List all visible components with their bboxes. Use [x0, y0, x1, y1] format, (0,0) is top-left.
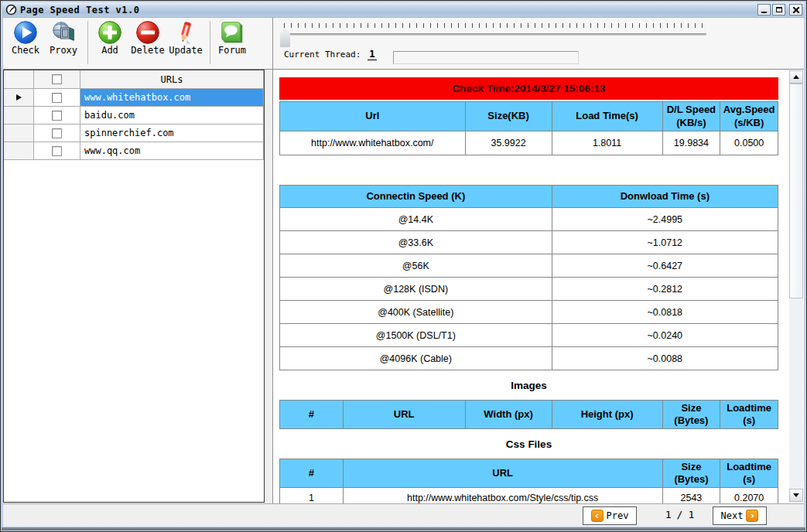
- row-checkbox[interactable]: [52, 93, 62, 103]
- row-checkbox[interactable]: [52, 128, 62, 138]
- toolbar-button-label: Delete: [131, 45, 164, 56]
- table-cell: http://www.whitehatbox.com/: [280, 131, 466, 155]
- toolbar-button-label: Update: [169, 45, 202, 56]
- maximize-button[interactable]: [772, 4, 785, 15]
- page-indicator: 1/1: [653, 509, 707, 520]
- prev-button-label: Prev: [607, 510, 629, 521]
- current-thread-label: Current Thread:: [284, 49, 361, 60]
- scrollbar-thumb[interactable]: [789, 84, 803, 298]
- column-header: Width (px): [465, 401, 552, 429]
- table-cell: 19.9834: [662, 131, 720, 155]
- toolbar-button-delete[interactable]: Delete: [130, 20, 166, 56]
- toolbar-button-label: Forum: [218, 45, 246, 56]
- current-row-arrow-icon: [16, 94, 22, 101]
- table-row: 1http://www.whitehatbox.com/Style/css/ti…: [280, 488, 778, 504]
- toolbar-button-forum[interactable]: Forum: [214, 20, 250, 56]
- url-cell[interactable]: spinnerchief.com: [80, 124, 264, 142]
- progress-bar: [393, 51, 579, 64]
- table-row: @56K~0.6427: [280, 254, 778, 278]
- grid-corner-cell: [4, 70, 34, 89]
- table-cell: @128K (ISDN): [280, 278, 552, 301]
- table-cell: ~0.0818: [552, 301, 778, 324]
- table-cell: @4096K (Cable): [280, 347, 552, 370]
- toolbar-button-add[interactable]: Add: [92, 20, 128, 56]
- app-window: Page Speed Test v1.0 CheckProxyAddDelete…: [0, 0, 807, 532]
- url-cell[interactable]: www.qq.com: [80, 142, 264, 160]
- select-all-checkbox[interactable]: [52, 74, 62, 84]
- toolbar-button-label: Proxy: [50, 45, 77, 56]
- table-cell: ~2.4995: [552, 208, 778, 231]
- total-pages: 1: [688, 509, 695, 520]
- toolbar-button-check[interactable]: Check: [8, 20, 43, 56]
- close-icon: [793, 7, 799, 13]
- table-cell: http://www.whitehatbox.com/Style/css/tip…: [343, 488, 662, 504]
- summary-table: UrlSize(KB)Load Time(s)D/L Speed (KB/s)A…: [279, 101, 778, 155]
- column-header: Url: [280, 102, 466, 131]
- url-cell[interactable]: baidu.com: [80, 107, 264, 124]
- app-gauge-icon: [5, 4, 17, 15]
- check-time-banner: Check Time:2014/3/27 15:06:13: [279, 77, 778, 100]
- grid-header-row: URLs: [4, 70, 264, 89]
- toolbar-button-update[interactable]: Update: [168, 20, 203, 56]
- table-cell: @33.6K: [280, 231, 552, 254]
- title-bar[interactable]: Page Speed Test v1.0: [2, 2, 805, 18]
- prev-button[interactable]: ‹ Prev: [583, 506, 637, 525]
- scroll-down-button[interactable]: [789, 489, 803, 502]
- toolbar-button-label: Check: [12, 45, 39, 56]
- add-plus-icon: [97, 20, 122, 45]
- scroll-up-button[interactable]: [789, 70, 803, 84]
- column-header: Connectin Speed (K): [280, 186, 552, 208]
- toolbar-button-proxy[interactable]: Proxy: [46, 20, 81, 56]
- slider-thumb[interactable]: [280, 28, 290, 47]
- table-row: @128K (ISDN)~0.2812: [280, 278, 778, 301]
- up-arrow-icon: [793, 75, 799, 79]
- table-cell: ~0.2812: [552, 278, 778, 301]
- css-section-title: Css Files: [279, 429, 778, 459]
- table-cell: ~1.0712: [552, 231, 778, 254]
- slider-track[interactable]: [284, 33, 706, 36]
- column-header: Size (Bytes): [662, 401, 720, 429]
- checkbox-cell: [34, 142, 80, 160]
- url-cell[interactable]: www.whitehatbox.com: [80, 89, 264, 107]
- row-selector[interactable]: [4, 142, 34, 160]
- row-checkbox[interactable]: [52, 146, 62, 156]
- column-header: D/L Speed (KB/s): [662, 102, 720, 131]
- column-header: Loadtime (s): [720, 459, 778, 488]
- row-selector[interactable]: [4, 89, 34, 107]
- minimize-button[interactable]: [757, 4, 771, 15]
- table-row: @400K (Satellite)~0.0818: [280, 301, 778, 324]
- table-cell: 1: [280, 488, 344, 504]
- column-header: URL: [343, 401, 465, 429]
- url-row: www.qq.com: [4, 142, 264, 160]
- client-area: CheckProxyAddDeleteUpdateForum Current T…: [3, 18, 804, 527]
- urls-column-header: URLs: [80, 70, 264, 89]
- report-content: Check Time:2014/3/27 15:06:13 UrlSize(KB…: [279, 70, 778, 503]
- prev-arrow-icon: ‹: [591, 510, 604, 522]
- close-button[interactable]: [789, 4, 802, 15]
- main-area: URLs www.whitehatbox.combaidu.comspinner…: [3, 70, 804, 503]
- row-selector[interactable]: [4, 107, 34, 124]
- table-cell: 0.2070: [720, 488, 778, 504]
- next-button[interactable]: Next ›: [713, 506, 767, 525]
- vertical-scrollbar[interactable]: [789, 70, 803, 502]
- minimize-icon: [761, 12, 767, 13]
- table-row: http://www.whitehatbox.com/35.99221.8011…: [280, 131, 778, 155]
- row-selector[interactable]: [4, 124, 34, 142]
- maximize-icon: [776, 7, 782, 12]
- url-row: www.whitehatbox.com: [4, 89, 264, 107]
- column-header: Loadtime (s): [720, 401, 778, 429]
- images-table: #URLWidth (px)Height (px)Size (Bytes)Loa…: [279, 400, 778, 429]
- connection-speed-table: Connectin Speed (K)Donwload Time (s) @14…: [279, 185, 778, 370]
- column-header: Avg.Speed (s/KB): [720, 102, 778, 131]
- next-arrow-icon: ›: [746, 510, 758, 522]
- table-cell: 2543: [662, 488, 720, 504]
- select-all-cell: [34, 70, 80, 89]
- column-header: Load Time(s): [552, 102, 662, 131]
- column-header: Donwload Time (s): [552, 186, 778, 208]
- css-files-table: #URLSize (Bytes)Loadtime (s) 1http://www…: [279, 459, 778, 503]
- forum-chat-icon: [220, 20, 244, 45]
- toolbar-button-label: Add: [101, 45, 118, 56]
- next-button-label: Next: [721, 510, 744, 521]
- row-checkbox[interactable]: [52, 111, 62, 121]
- images-section-title: Images: [279, 370, 778, 400]
